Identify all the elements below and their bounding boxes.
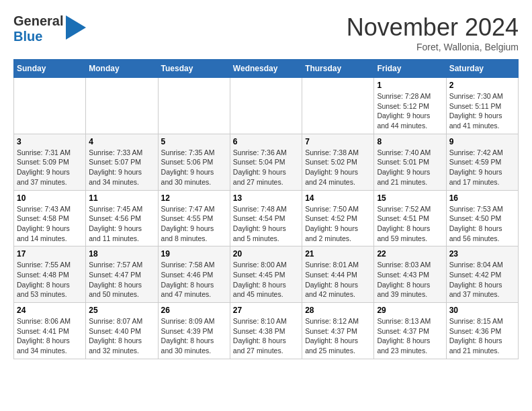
day-detail: Sunrise: 7:35 AM Sunset: 5:06 PM Dayligh…: [161, 148, 227, 187]
day-detail: Sunrise: 7:48 AM Sunset: 4:54 PM Dayligh…: [233, 204, 299, 244]
day-cell: 7Sunrise: 7:38 AM Sunset: 5:02 PM Daylig…: [302, 134, 374, 190]
day-number: 23: [449, 249, 515, 259]
svg-marker-0: [66, 15, 86, 40]
day-cell: 3Sunrise: 7:31 AM Sunset: 5:09 PM Daylig…: [14, 134, 86, 190]
weekday-header-tuesday: Tuesday: [158, 60, 230, 78]
day-cell: 19Sunrise: 7:58 AM Sunset: 4:46 PM Dayli…: [158, 246, 230, 303]
day-number: 5: [161, 137, 227, 146]
day-number: 27: [233, 306, 299, 315]
day-detail: Sunrise: 7:45 AM Sunset: 4:56 PM Dayligh…: [89, 204, 154, 244]
day-number: 24: [17, 306, 83, 315]
title-block: November 2024 Foret, Wallonia, Belgium: [347, 13, 519, 52]
day-detail: Sunrise: 8:12 AM Sunset: 4:37 PM Dayligh…: [305, 316, 371, 356]
logo-icon: [66, 15, 86, 40]
day-cell: 10Sunrise: 7:43 AM Sunset: 4:58 PM Dayli…: [14, 190, 86, 246]
day-cell: 16Sunrise: 7:53 AM Sunset: 4:50 PM Dayli…: [446, 190, 518, 246]
day-number: 14: [305, 193, 371, 203]
day-detail: Sunrise: 8:15 AM Sunset: 4:36 PM Dayligh…: [449, 316, 515, 356]
day-cell: 28Sunrise: 8:12 AM Sunset: 4:37 PM Dayli…: [302, 303, 374, 359]
weekday-header-monday: Monday: [86, 60, 158, 78]
day-detail: Sunrise: 7:53 AM Sunset: 4:50 PM Dayligh…: [449, 204, 515, 244]
day-number: 1: [377, 81, 443, 90]
day-number: 17: [17, 249, 83, 259]
day-cell: 9Sunrise: 7:42 AM Sunset: 4:59 PM Daylig…: [446, 134, 518, 190]
week-row-3: 10Sunrise: 7:43 AM Sunset: 4:58 PM Dayli…: [14, 190, 519, 246]
day-cell: 30Sunrise: 8:15 AM Sunset: 4:36 PM Dayli…: [446, 303, 518, 359]
day-detail: Sunrise: 7:57 AM Sunset: 4:47 PM Dayligh…: [89, 260, 154, 300]
month-title: November 2024: [347, 13, 519, 42]
day-detail: Sunrise: 7:31 AM Sunset: 5:09 PM Dayligh…: [17, 148, 83, 187]
day-detail: Sunrise: 8:07 AM Sunset: 4:40 PM Dayligh…: [89, 316, 154, 356]
day-detail: Sunrise: 8:04 AM Sunset: 4:42 PM Dayligh…: [449, 260, 515, 300]
day-detail: Sunrise: 8:09 AM Sunset: 4:39 PM Dayligh…: [161, 316, 227, 356]
day-cell: 21Sunrise: 8:01 AM Sunset: 4:44 PM Dayli…: [302, 246, 374, 303]
day-detail: Sunrise: 7:36 AM Sunset: 5:04 PM Dayligh…: [233, 148, 299, 187]
weekday-header-sunday: Sunday: [14, 60, 86, 78]
day-cell: 29Sunrise: 8:13 AM Sunset: 4:37 PM Dayli…: [374, 303, 446, 359]
weekday-header-saturday: Saturday: [446, 60, 518, 78]
day-number: 25: [89, 306, 154, 315]
day-cell: 4Sunrise: 7:33 AM Sunset: 5:07 PM Daylig…: [86, 134, 158, 190]
day-detail: Sunrise: 7:43 AM Sunset: 4:58 PM Dayligh…: [17, 204, 83, 244]
day-cell: [230, 78, 302, 134]
day-number: 6: [233, 137, 299, 146]
day-cell: [302, 78, 374, 134]
day-detail: Sunrise: 7:47 AM Sunset: 4:55 PM Dayligh…: [161, 204, 227, 244]
day-number: 8: [377, 137, 443, 146]
day-cell: 22Sunrise: 8:03 AM Sunset: 4:43 PM Dayli…: [374, 246, 446, 303]
day-detail: Sunrise: 7:30 AM Sunset: 5:11 PM Dayligh…: [449, 91, 515, 131]
day-cell: 14Sunrise: 7:50 AM Sunset: 4:52 PM Dayli…: [302, 190, 374, 246]
day-cell: 1Sunrise: 7:28 AM Sunset: 5:12 PM Daylig…: [374, 78, 446, 134]
calendar-table: SundayMondayTuesdayWednesdayThursdayFrid…: [13, 59, 519, 359]
day-detail: Sunrise: 7:33 AM Sunset: 5:07 PM Dayligh…: [89, 148, 154, 187]
day-cell: 18Sunrise: 7:57 AM Sunset: 4:47 PM Dayli…: [86, 246, 158, 303]
day-detail: Sunrise: 8:00 AM Sunset: 4:45 PM Dayligh…: [233, 260, 299, 300]
day-number: 12: [161, 193, 227, 203]
day-cell: 15Sunrise: 7:52 AM Sunset: 4:51 PM Dayli…: [374, 190, 446, 246]
day-cell: 6Sunrise: 7:36 AM Sunset: 5:04 PM Daylig…: [230, 134, 302, 190]
day-number: 15: [377, 193, 443, 203]
logo: General Blue: [13, 13, 86, 44]
week-row-4: 17Sunrise: 7:55 AM Sunset: 4:48 PM Dayli…: [14, 246, 519, 303]
day-cell: 17Sunrise: 7:55 AM Sunset: 4:48 PM Dayli…: [14, 246, 86, 303]
day-detail: Sunrise: 8:03 AM Sunset: 4:43 PM Dayligh…: [377, 260, 443, 300]
day-number: 20: [233, 249, 299, 259]
week-row-5: 24Sunrise: 8:06 AM Sunset: 4:41 PM Dayli…: [14, 303, 519, 359]
day-detail: Sunrise: 8:06 AM Sunset: 4:41 PM Dayligh…: [17, 316, 83, 356]
page-header: General Blue November 2024 Foret, Wallon…: [13, 13, 519, 52]
day-number: 29: [377, 306, 443, 315]
logo-blue: Blue: [13, 29, 63, 44]
day-number: 2: [449, 81, 515, 90]
day-detail: Sunrise: 8:13 AM Sunset: 4:37 PM Dayligh…: [377, 316, 443, 356]
day-number: 22: [377, 249, 443, 259]
day-cell: [158, 78, 230, 134]
day-number: 28: [305, 306, 371, 315]
day-detail: Sunrise: 8:10 AM Sunset: 4:38 PM Dayligh…: [233, 316, 299, 356]
day-detail: Sunrise: 7:58 AM Sunset: 4:46 PM Dayligh…: [161, 260, 227, 300]
day-number: 19: [161, 249, 227, 259]
week-row-2: 3Sunrise: 7:31 AM Sunset: 5:09 PM Daylig…: [14, 134, 519, 190]
day-number: 16: [449, 193, 515, 203]
day-detail: Sunrise: 7:55 AM Sunset: 4:48 PM Dayligh…: [17, 260, 83, 300]
day-cell: 27Sunrise: 8:10 AM Sunset: 4:38 PM Dayli…: [230, 303, 302, 359]
day-detail: Sunrise: 7:52 AM Sunset: 4:51 PM Dayligh…: [377, 204, 443, 244]
day-cell: [14, 78, 86, 134]
day-cell: 11Sunrise: 7:45 AM Sunset: 4:56 PM Dayli…: [86, 190, 158, 246]
day-number: 21: [305, 249, 371, 259]
day-cell: 2Sunrise: 7:30 AM Sunset: 5:11 PM Daylig…: [446, 78, 518, 134]
day-detail: Sunrise: 7:28 AM Sunset: 5:12 PM Dayligh…: [377, 91, 443, 131]
day-cell: 13Sunrise: 7:48 AM Sunset: 4:54 PM Dayli…: [230, 190, 302, 246]
week-row-1: 1Sunrise: 7:28 AM Sunset: 5:12 PM Daylig…: [14, 78, 519, 134]
day-detail: Sunrise: 8:01 AM Sunset: 4:44 PM Dayligh…: [305, 260, 371, 300]
day-number: 13: [233, 193, 299, 203]
day-cell: 5Sunrise: 7:35 AM Sunset: 5:06 PM Daylig…: [158, 134, 230, 190]
day-cell: 12Sunrise: 7:47 AM Sunset: 4:55 PM Dayli…: [158, 190, 230, 246]
day-cell: 23Sunrise: 8:04 AM Sunset: 4:42 PM Dayli…: [446, 246, 518, 303]
logo-general: General: [13, 13, 63, 29]
day-cell: 24Sunrise: 8:06 AM Sunset: 4:41 PM Dayli…: [14, 303, 86, 359]
location-subtitle: Foret, Wallonia, Belgium: [347, 42, 519, 52]
day-detail: Sunrise: 7:50 AM Sunset: 4:52 PM Dayligh…: [305, 204, 371, 244]
day-cell: [86, 78, 158, 134]
weekday-header-thursday: Thursday: [302, 60, 374, 78]
day-number: 7: [305, 137, 371, 146]
